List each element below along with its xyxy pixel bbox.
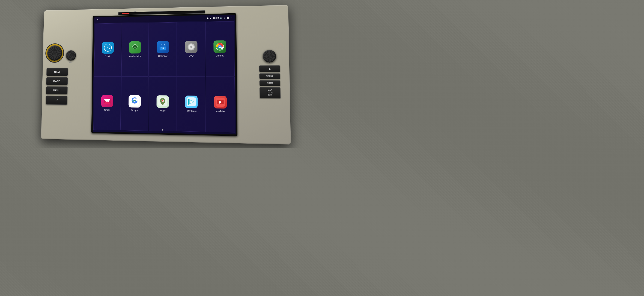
app-clock[interactable]: Clock	[94, 23, 121, 76]
eject-button[interactable]: ▲	[259, 65, 280, 72]
screen-indicator-dot	[162, 129, 163, 131]
youtube-icon	[214, 96, 227, 109]
maps-label: Maps	[160, 109, 166, 112]
youtube-svg	[216, 98, 225, 107]
pow-knob[interactable]	[47, 45, 62, 61]
navi-button[interactable]: NAVI	[46, 68, 68, 76]
dvd-label: DVD	[189, 54, 194, 57]
left-panel: POW VOL NAVI BAND MENU ↩	[45, 13, 77, 136]
dvd-icon	[185, 41, 197, 53]
apk-svg	[131, 43, 140, 52]
screen-bezel: ⌂ ◉ ▼ 16:10 🔊 ⊠ ⬜ ↩	[91, 13, 238, 136]
mic-label: MIC	[134, 11, 138, 13]
status-time: 16:10	[213, 16, 219, 19]
right-knob[interactable]	[263, 50, 276, 63]
svg-text:G: G	[133, 99, 136, 103]
cast-icon: ⬜	[226, 16, 229, 19]
youtube-label: YouTube	[216, 110, 225, 113]
maps-svg	[158, 97, 167, 106]
clock-icon	[102, 42, 114, 54]
gmail-label: Gmail	[104, 109, 110, 111]
pow-label: POW	[52, 61, 57, 63]
app-grid: Clock	[93, 21, 236, 133]
pow-knob-container: POW	[47, 45, 62, 63]
svg-point-22	[191, 47, 191, 47]
svg-point-32	[162, 100, 163, 101]
apk-icon	[129, 41, 141, 53]
calendar-label: Calendar	[158, 55, 168, 57]
right-panel: ▲ SETUP DIMM MAPCAR①RES	[254, 9, 286, 141]
chrome-label: Chrome	[216, 54, 224, 57]
app-dvd[interactable]: DVD	[177, 22, 205, 76]
wifi-icon: ▼	[210, 17, 212, 19]
svg-rect-8	[134, 47, 134, 48]
playstore-label: Play Store	[186, 110, 197, 112]
svg-text:17: 17	[161, 46, 164, 49]
calendar-icon: 17	[156, 41, 169, 53]
playstore-icon	[185, 96, 198, 108]
app-maps[interactable]: Maps	[149, 76, 177, 132]
app-chrome[interactable]: Chrome	[206, 21, 234, 76]
svg-point-26	[219, 46, 221, 47]
google-icon: G	[128, 95, 141, 108]
app-google[interactable]: G Google	[121, 76, 148, 131]
app-youtube[interactable]: YouTube	[206, 76, 235, 133]
back-nav-icon[interactable]: ↩	[230, 16, 232, 19]
screen-off-icon: ⊠	[224, 16, 226, 19]
car-head-unit: MIC POW VOL NAVI BAND MENU ↩	[38, 7, 284, 141]
maps-icon	[156, 95, 169, 108]
vol-knob[interactable]	[66, 50, 76, 61]
home-button[interactable]: ⌂	[96, 18, 98, 22]
side-buttons: NAVI BAND MENU ↩	[46, 68, 76, 105]
vol-knob-container: VOL	[66, 50, 76, 63]
gmail-icon	[101, 95, 113, 107]
app-playstore[interactable]: Play Store	[177, 76, 206, 132]
playstore-svg	[187, 97, 196, 106]
map-car-button[interactable]: MAPCAR①RES	[260, 87, 280, 98]
apkinstaller-label: ApkInstaller	[129, 55, 141, 57]
svg-rect-15	[161, 44, 162, 45]
band-button[interactable]: BAND	[46, 77, 68, 85]
svg-rect-16	[164, 44, 165, 45]
dimm-button[interactable]: DIMM	[260, 80, 280, 86]
location-icon: ◉	[206, 17, 208, 19]
menu-button[interactable]: MENU	[46, 86, 68, 94]
back-button[interactable]: ↩	[46, 96, 67, 105]
clock-svg	[104, 43, 112, 52]
volume-icon: 🔊	[220, 16, 222, 19]
screen-wrapper: ⌂ ◉ ▼ 16:10 🔊 ⊠ ⬜ ↩	[91, 13, 238, 136]
status-icons: ◉ ▼ 16:10 🔊 ⊠ ⬜ ↩	[206, 16, 232, 19]
app-calendar[interactable]: 17 Calendar	[149, 22, 177, 76]
head-unit-body: MIC POW VOL NAVI BAND MENU ↩	[41, 5, 291, 145]
clock-label: Clock	[105, 55, 110, 58]
chrome-svg	[215, 42, 224, 51]
google-label: Google	[131, 109, 138, 112]
setup-button[interactable]: SETUP	[259, 73, 280, 79]
app-apkinstaller[interactable]: ApkInstaller	[121, 23, 149, 76]
knob-section: POW VOL	[47, 45, 76, 63]
dvd-svg	[186, 42, 196, 51]
chrome-icon	[214, 40, 226, 53]
app-gmail[interactable]: Gmail	[94, 76, 121, 130]
vol-label: VOL	[69, 61, 72, 63]
calendar-svg: 17	[158, 43, 167, 52]
gmail-svg	[103, 97, 112, 106]
android-screen: ⌂ ◉ ▼ 16:10 🔊 ⊠ ⬜ ↩	[93, 15, 236, 135]
google-svg: G	[130, 97, 139, 106]
svg-rect-9	[136, 47, 136, 48]
